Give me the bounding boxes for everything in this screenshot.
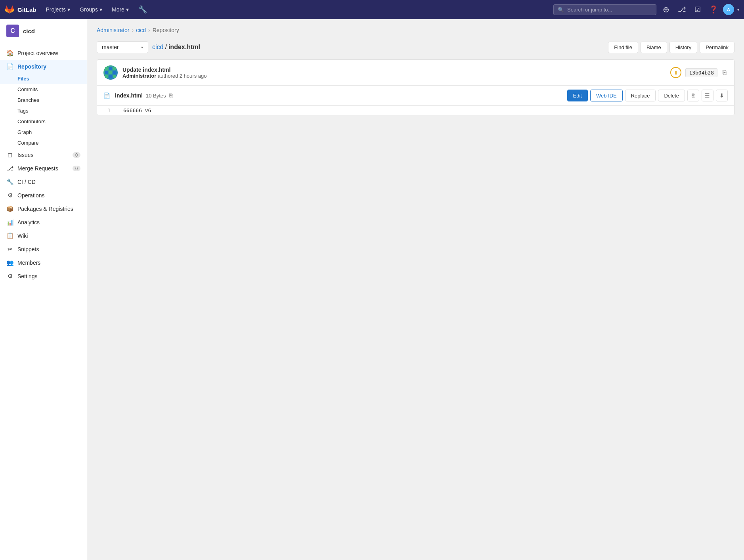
branch-name: master [102, 44, 119, 50]
search-bar[interactable]: 🔍 Search or jump to... [553, 4, 656, 15]
gitlab-logo-text: GitLab [17, 6, 36, 13]
project-avatar: C [6, 25, 19, 37]
raw-button[interactable]: ☰ [702, 90, 713, 101]
breadcrumb-sep-2: › [148, 27, 150, 33]
sidebar-item-merge-requests[interactable]: ⎇ Merge Requests 0 [0, 162, 87, 175]
blame-button[interactable]: Blame [641, 42, 667, 53]
branch-chevron-icon: ▾ [141, 45, 143, 50]
members-icon: 👥 [6, 259, 13, 266]
project-header[interactable]: C cicd [0, 19, 87, 43]
sidebar-item-operations[interactable]: ⚙ Operations [0, 189, 87, 202]
gitlab-logo-icon [5, 5, 14, 14]
gitlab-logo-link[interactable]: GitLab [5, 5, 36, 14]
sidebar-item-repository[interactable]: 📄 Repository [0, 60, 87, 73]
nav-projects[interactable]: Projects ▾ [43, 5, 74, 14]
sidebar-item-contributors[interactable]: Contributors [0, 116, 87, 127]
help-icon[interactable]: ❓ [707, 3, 720, 16]
file-type-icon: 📄 [103, 92, 110, 99]
sidebar-item-compare[interactable]: Compare [0, 138, 87, 148]
commit-time: authored 2 hours ago [158, 73, 207, 79]
commit-author-avatar [103, 65, 118, 80]
file-card: Update index.html Administrator authored… [97, 59, 734, 115]
wiki-icon: 📋 [6, 232, 13, 239]
sidebar-item-commits[interactable]: Commits [0, 84, 87, 95]
commit-info: Update index.html Administrator authored… [97, 60, 734, 86]
sidebar-item-branches[interactable]: Branches [0, 95, 87, 105]
home-icon: 🏠 [6, 50, 13, 57]
breadcrumb-current: Repository [153, 27, 179, 33]
branch-selector[interactable]: master ▾ [97, 41, 148, 53]
avatar-chevron: ▾ [737, 8, 739, 12]
commit-hash: 13b04b28 [685, 68, 717, 77]
sidebar-item-files[interactable]: Files [0, 73, 87, 84]
commit-right-section: ⏸ 13b04b28 ⎘ [670, 67, 728, 78]
sidebar-item-snippets[interactable]: ✂ Snippets [0, 243, 87, 256]
download-button[interactable]: ⬇ [716, 90, 728, 101]
main-content: Administrator › cicd › Repository master… [87, 19, 744, 560]
sidebar-item-issues[interactable]: ◻ Issues 0 [0, 148, 87, 162]
find-file-button[interactable]: Find file [608, 42, 638, 53]
package-icon: 📦 [6, 205, 13, 212]
sidebar-item-cicd[interactable]: 🔧 CI / CD [0, 175, 87, 189]
issues-icon: ◻ [6, 151, 13, 159]
file-size-label: 10 Bytes [146, 93, 166, 99]
breadcrumb-cicd[interactable]: cicd [136, 27, 146, 33]
todo-icon[interactable]: ☑ [691, 3, 704, 16]
user-avatar[interactable]: A [723, 4, 734, 15]
permalink-button[interactable]: Permalink [700, 42, 734, 53]
commit-author: Administrator [122, 73, 156, 79]
breadcrumb: Administrator › cicd › Repository [97, 27, 734, 33]
copy-hash-button[interactable]: ⎘ [721, 68, 728, 77]
sidebar-navigation: 🏠 Project overview 📄 Repository Files Co… [0, 43, 87, 286]
sidebar-item-packages[interactable]: 📦 Packages & Registries [0, 202, 87, 216]
history-button[interactable]: History [669, 42, 697, 53]
sidebar-item-settings[interactable]: ⚙ Settings [0, 269, 87, 283]
mr-badge: 0 [73, 166, 80, 171]
file-edit-buttons: Edit Web IDE Replace Delete ⎘ ☰ ⬇ [567, 90, 728, 101]
breadcrumb-sep-1: › [132, 27, 134, 33]
page-layout: C cicd 🏠 Project overview 📄 Repository F… [0, 19, 744, 560]
analytics-icon: 📊 [6, 219, 13, 226]
sidebar-item-members[interactable]: 👥 Members [0, 256, 87, 269]
commit-meta: Administrator authored 2 hours ago [122, 73, 207, 79]
copy-filename-button[interactable]: ⎘ [169, 92, 172, 99]
nav-groups[interactable]: Groups ▾ [77, 5, 105, 14]
sidebar-item-project-overview[interactable]: 🏠 Project overview [0, 46, 87, 60]
sidebar-item-analytics[interactable]: 📊 Analytics [0, 216, 87, 229]
cicd-icon: 🔧 [6, 178, 13, 185]
filename-label: index.html [115, 92, 143, 99]
file-path-repo[interactable]: cicd [152, 44, 163, 51]
top-navigation: GitLab Projects ▾ Groups ▾ More ▾ 🔧 🔍 Se… [0, 0, 744, 19]
delete-button[interactable]: Delete [658, 90, 685, 101]
sidebar-item-tags[interactable]: Tags [0, 105, 87, 116]
file-toolbar: master ▾ cicd / index.html Find file Bla… [97, 41, 734, 53]
nav-more[interactable]: More ▾ [109, 5, 132, 14]
issues-badge: 0 [73, 152, 80, 158]
project-name: cicd [23, 28, 35, 34]
commit-details: Update index.html Administrator authored… [122, 67, 207, 79]
code-line-1: 1 666666 v6 [97, 106, 734, 115]
edit-button[interactable]: Edit [567, 90, 588, 101]
replace-button[interactable]: Replace [625, 90, 656, 101]
file-action-toolbar: Find file Blame History Permalink [608, 42, 734, 53]
breadcrumb-admin[interactable]: Administrator [97, 27, 129, 33]
settings-icon: ⚙ [6, 273, 13, 280]
repository-subnav: Files Commits Branches Tags Contributors… [0, 73, 87, 148]
nav-wrench[interactable]: 🔧 [135, 4, 150, 15]
search-placeholder: Search or jump to... [567, 7, 612, 13]
ops-icon: ⚙ [6, 192, 13, 199]
file-info-bar: 📄 index.html 10 Bytes ⎘ Edit Web IDE Rep… [97, 86, 734, 106]
file-path: cicd / index.html [152, 44, 604, 51]
copy-path-button[interactable]: ⎘ [687, 90, 699, 101]
code-content: 1 666666 v6 [97, 106, 734, 115]
sidebar-item-wiki[interactable]: 📋 Wiki [0, 229, 87, 243]
sidebar-item-graph[interactable]: Graph [0, 127, 87, 138]
line-number-1: 1 [97, 107, 117, 113]
book-icon: 📄 [6, 63, 13, 70]
merge-request-icon[interactable]: ⎇ [675, 3, 688, 16]
web-ide-button[interactable]: Web IDE [590, 90, 623, 101]
plus-button[interactable]: ⊕ [660, 3, 672, 16]
file-path-filename: index.html [168, 44, 200, 51]
merge-icon: ⎇ [6, 165, 13, 172]
file-path-separator: / [165, 44, 166, 51]
